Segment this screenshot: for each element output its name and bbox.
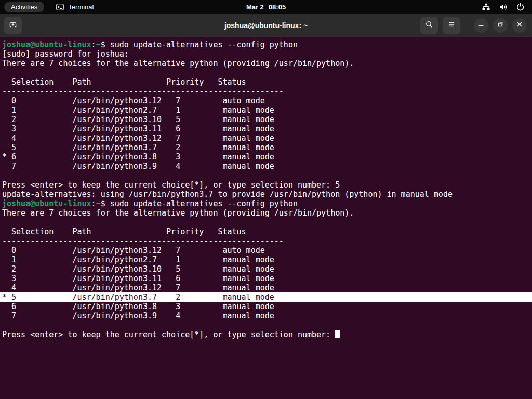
terminal-line — [0, 68, 532, 77]
terminal-line: 0 /usr/bin/python3.12 7 auto mode — [0, 96, 532, 105]
terminal-line: 4 /usr/bin/python3.12 7 manual mode — [0, 134, 532, 143]
terminal-line: There are 7 choices for the alternative … — [0, 59, 532, 68]
minimize-icon — [477, 20, 485, 31]
focused-app-label: Terminal — [68, 3, 94, 11]
minimize-button[interactable] — [474, 18, 488, 33]
terminal-line — [0, 321, 532, 330]
terminal-line — [0, 218, 532, 227]
terminal-line: Press <enter> to keep the current choice… — [0, 180, 532, 190]
new-tab-icon — [9, 20, 17, 31]
input-line: Press <enter> to keep the current choice… — [0, 330, 532, 339]
menu-icon — [447, 20, 456, 31]
terminal-line: 7 /usr/bin/python3.9 4 manual mode — [0, 162, 532, 171]
terminal-line: 3 /usr/bin/python3.11 6 manual mode — [0, 274, 532, 283]
terminal-cursor — [335, 330, 340, 338]
terminal-line: 2 /usr/bin/python3.10 5 manual mode — [0, 264, 532, 274]
close-icon — [515, 20, 524, 31]
maximize-button[interactable] — [493, 18, 508, 33]
terminal-line: 5 /usr/bin/python3.7 2 manual mode — [0, 143, 532, 152]
clock-button[interactable]: Mar 2 08:05 — [246, 3, 286, 11]
focused-app-indicator[interactable]: Terminal — [56, 3, 94, 11]
desktop: Activities Terminal Mar 2 08:05 — [0, 0, 532, 399]
terminal-line: 3 /usr/bin/python3.11 6 manual mode — [0, 124, 532, 134]
terminal-line: 0 /usr/bin/python3.12 7 auto mode — [0, 246, 532, 255]
terminal-line — [0, 171, 532, 180]
window-title: joshua@ubuntu-linux: ~ — [224, 21, 308, 30]
terminal-line: 2 /usr/bin/python3.10 5 manual mode — [0, 115, 532, 124]
menu-button[interactable] — [443, 17, 460, 34]
new-tab-button[interactable] — [4, 17, 22, 34]
headerbar-controls — [420, 17, 532, 34]
volume-icon — [499, 3, 508, 11]
terminal-icon — [56, 3, 64, 11]
close-button[interactable] — [512, 18, 527, 33]
maximize-icon — [496, 20, 504, 31]
power-icon — [516, 3, 525, 11]
selected-row: * 5 /usr/bin/python3.7 2 manual mode — [0, 292, 532, 302]
clock-time: 08:05 — [269, 3, 286, 11]
terminal-line: Selection Path Priority Status — [0, 227, 532, 236]
terminal-screen[interactable]: joshua@ubuntu-linux:~$ sudo update-alter… — [0, 37, 532, 399]
terminal-line: ----------------------------------------… — [0, 87, 532, 96]
terminal-line: ----------------------------------------… — [0, 236, 532, 246]
prompt-line-1: joshua@ubuntu-linux:~$ sudo update-alter… — [0, 40, 532, 49]
terminal-line: 1 /usr/bin/python2.7 1 manual mode — [0, 105, 532, 115]
terminal-line: * 6 /usr/bin/python3.8 3 manual mode — [0, 152, 532, 162]
terminal-line: 6 /usr/bin/python3.8 3 manual mode — [0, 302, 532, 311]
terminal-line: 4 /usr/bin/python3.12 7 manual mode — [0, 283, 532, 292]
prompt-line-2: joshua@ubuntu-linux:~$ sudo update-alter… — [0, 199, 532, 208]
terminal-line: There are 7 choices for the alternative … — [0, 208, 532, 218]
search-icon — [425, 20, 433, 31]
gnome-top-bar: Activities Terminal Mar 2 08:05 — [0, 0, 532, 14]
terminal-line: update-alternatives: using /usr/bin/pyth… — [0, 190, 532, 199]
search-button[interactable] — [420, 17, 438, 34]
network-wired-icon — [482, 3, 490, 11]
terminal-line: Selection Path Priority Status — [0, 77, 532, 87]
terminal-line: 1 /usr/bin/python2.7 1 manual mode — [0, 255, 532, 264]
terminal-line: 7 /usr/bin/python3.9 4 manual mode — [0, 311, 532, 321]
terminal-headerbar[interactable]: joshua@ubuntu-linux: ~ — [0, 14, 532, 37]
terminal-line: [sudo] password for joshua: — [0, 49, 532, 59]
system-status-area[interactable] — [482, 3, 532, 11]
activities-button[interactable]: Activities — [4, 2, 44, 12]
clock-date: Mar 2 — [246, 3, 264, 11]
